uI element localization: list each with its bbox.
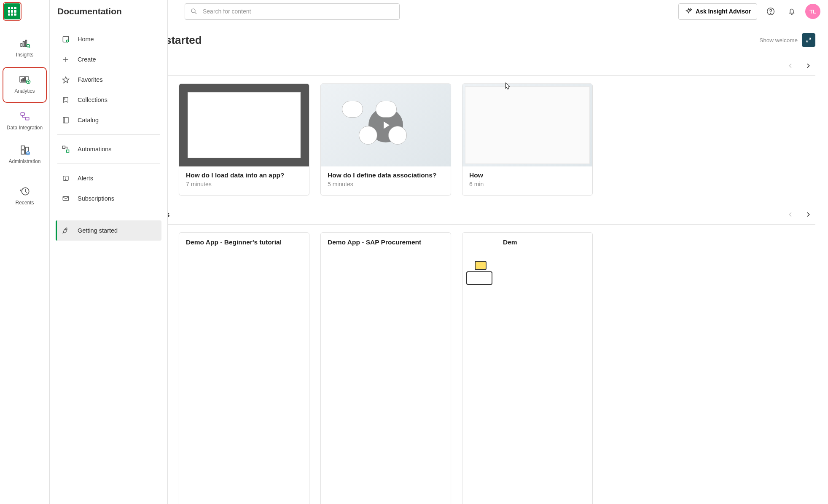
svg-rect-15: [21, 150, 24, 154]
show-welcome-label: Show welcome: [759, 37, 798, 43]
notifications-button[interactable]: [784, 4, 799, 19]
ask-insight-advisor-button[interactable]: Ask Insight Advisor: [678, 3, 757, 20]
app-card[interactable]: Demo App - SAP Procurement: [320, 232, 451, 504]
videos-prev-button[interactable]: [783, 59, 798, 73]
svg-rect-12: [21, 113, 24, 115]
nav-label: Catalog: [78, 117, 99, 123]
nav-item-automations[interactable]: Automations: [56, 139, 161, 159]
app-card[interactable]: Dem: [462, 232, 593, 504]
apps-section: s k TH D: [168, 207, 828, 504]
rail-label: Administration: [8, 158, 40, 164]
search-icon: [190, 8, 198, 15]
videos-pager: [783, 59, 815, 73]
nav-label: Favorites: [78, 76, 103, 83]
app-card[interactable]: (YTD)M 2.7M Margin (YTD)43.7% Avg Sales2…: [179, 232, 309, 504]
rail-item-administration[interactable]: Administration: [0, 138, 49, 172]
svg-point-33: [66, 229, 67, 230]
svg-rect-14: [21, 146, 24, 149]
analytics-icon: [19, 74, 31, 86]
left-rail: Insights Analytics Data Integration Admi…: [0, 0, 50, 504]
collections-icon: [61, 95, 71, 105]
avatar-initials: TL: [809, 8, 816, 15]
star-icon: [61, 75, 71, 85]
apps-prev-button[interactable]: [783, 207, 798, 222]
nav-label: Getting started: [78, 227, 118, 234]
videos-next-button[interactable]: [801, 59, 815, 73]
rail-item-data-integration[interactable]: Data Integration: [0, 105, 49, 138]
svg-rect-13: [25, 117, 29, 120]
video-card[interactable]: How 6 min: [462, 83, 593, 196]
svg-point-37: [770, 13, 771, 13]
help-icon: [766, 7, 775, 16]
administration-icon: [19, 144, 31, 156]
video-card[interactable]: How do I define data associations? 5 min…: [320, 83, 451, 196]
main: Ask Insight Advisor TL started Show welc…: [168, 0, 828, 504]
nav-label: Automations: [78, 146, 112, 153]
search-box[interactable]: [185, 3, 400, 20]
rail-label: Insights: [16, 52, 33, 58]
nav-label: Create: [78, 56, 96, 63]
card-title: How do I define data associations?: [328, 172, 444, 179]
ask-label: Ask Insight Advisor: [696, 8, 751, 15]
apps-section-title: s: [168, 210, 170, 219]
user-avatar[interactable]: TL: [805, 4, 820, 19]
rail-label: Recents: [15, 200, 34, 206]
content-area: started Show welcome: [168, 23, 828, 504]
video-card-row: ate an app? How do I load data into an a…: [168, 83, 828, 196]
help-button[interactable]: [763, 4, 778, 19]
card-title: How: [469, 172, 586, 179]
page-title: started: [168, 34, 202, 47]
apps-pager: [783, 207, 815, 222]
nav-label: Collections: [78, 97, 108, 103]
nav-label: Subscriptions: [78, 195, 114, 202]
card-title: How do I load data into an app?: [186, 172, 302, 179]
apps-grid-icon: [8, 7, 16, 16]
card-duration: 6 min: [469, 181, 586, 188]
svg-point-31: [65, 179, 66, 180]
svg-line-35: [195, 12, 196, 14]
nav-item-alerts[interactable]: Alerts: [56, 168, 161, 188]
plus-icon: [61, 54, 71, 64]
nav-item-subscriptions[interactable]: Subscriptions: [56, 188, 161, 209]
card-duration: 7 minutes: [186, 181, 302, 188]
nav-label: Home: [78, 36, 94, 43]
chevron-left-icon: [787, 62, 794, 69]
rail-item-recents[interactable]: Recents: [0, 180, 49, 213]
svg-marker-23: [63, 77, 69, 83]
chevron-left-icon: [787, 211, 794, 218]
nav-item-home[interactable]: Home: [56, 29, 161, 49]
expand-welcome-button[interactable]: [802, 33, 815, 47]
nav-item-collections[interactable]: Collections: [56, 90, 161, 110]
rocket-icon: [61, 225, 71, 236]
mail-icon: [61, 193, 71, 204]
app-thumb: [462, 233, 496, 315]
nav-label: Alerts: [78, 175, 93, 182]
svg-rect-6: [21, 80, 22, 81]
svg-rect-48: [467, 272, 492, 284]
sidenav-title: Documentation: [50, 0, 167, 23]
svg-point-34: [191, 9, 195, 13]
svg-rect-25: [63, 117, 68, 123]
nav-item-favorites[interactable]: Favorites: [56, 70, 161, 90]
apps-next-button[interactable]: [801, 207, 815, 222]
chevron-right-icon: [805, 62, 812, 69]
rail-top: [0, 0, 50, 23]
rail-item-analytics[interactable]: Analytics: [3, 67, 47, 102]
svg-line-4: [29, 47, 30, 48]
videos-section: ate an app? How do I load data into an a…: [168, 59, 828, 196]
sparkle-icon: [685, 8, 692, 15]
expand-icon: [806, 37, 812, 43]
nav-item-catalog[interactable]: Catalog: [56, 110, 161, 130]
svg-rect-1: [23, 42, 24, 47]
show-welcome: Show welcome: [759, 33, 815, 47]
nav-item-create[interactable]: Create: [56, 49, 161, 70]
video-card[interactable]: How do I load data into an app? 7 minute…: [179, 83, 309, 196]
sidenav: Documentation Home Create Favorites: [50, 0, 168, 504]
app-launcher-button[interactable]: [4, 3, 20, 19]
search-input[interactable]: [203, 8, 394, 15]
rail-item-insights[interactable]: Insights: [0, 32, 49, 65]
card-title: Demo App - Beginner's tutorial: [186, 239, 282, 246]
nav-item-getting-started[interactable]: Getting started: [56, 220, 161, 241]
svg-rect-8: [24, 78, 26, 81]
video-thumb: [321, 84, 451, 166]
